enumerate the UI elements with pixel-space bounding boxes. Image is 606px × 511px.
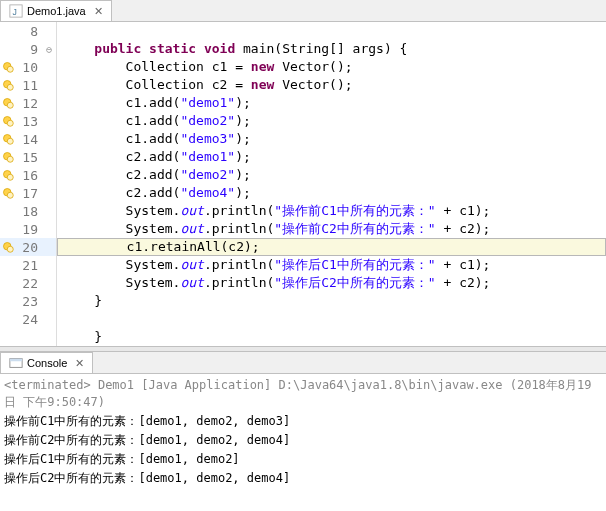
svg-point-11 [7, 138, 13, 144]
line-number: 14 [16, 132, 42, 147]
warning-icon [0, 187, 16, 199]
code-line[interactable]: System.out.println("操作后C1中所有的元素：" + c1); [57, 256, 606, 274]
line-number: 21 [16, 258, 42, 273]
console-line: 操作后C2中所有的元素：[demo1, demo2, demo4] [4, 469, 602, 488]
code-line[interactable]: c1.add("demo1"); [57, 94, 606, 112]
line-number: 16 [16, 168, 42, 183]
gutter: 89⊖101112131415161718192021222324 [0, 22, 57, 346]
warning-icon [0, 79, 16, 91]
line-number: 19 [16, 222, 42, 237]
terminated-line: <terminated> Demo1 [Java Application] D:… [4, 376, 602, 412]
line-number: 10 [16, 60, 42, 75]
warning-icon [0, 61, 16, 73]
line-number: 11 [16, 78, 42, 93]
code-editor[interactable]: 89⊖101112131415161718192021222324 public… [0, 22, 606, 346]
warning-icon [0, 151, 16, 163]
console-tab-label: Console [27, 357, 67, 369]
line-number: 8 [16, 24, 42, 39]
code-line[interactable]: public static void main(String[] args) { [57, 40, 606, 58]
console-icon [9, 356, 23, 370]
line-number: 18 [16, 204, 42, 219]
code-line[interactable]: } [57, 292, 606, 310]
console-line: 操作前C1中所有的元素：[demo1, demo2, demo3] [4, 412, 602, 431]
close-icon[interactable]: ✕ [94, 5, 103, 18]
code-line[interactable]: c2.add("demo1"); [57, 148, 606, 166]
close-icon[interactable]: ✕ [75, 357, 84, 370]
line-number: 22 [16, 276, 42, 291]
code-line[interactable]: Collection c2 = new Vector(); [57, 76, 606, 94]
warning-icon [0, 241, 16, 253]
code-line[interactable] [57, 22, 606, 40]
svg-text:J: J [13, 7, 17, 17]
code-line[interactable] [57, 310, 606, 328]
code-line[interactable]: c1.add("demo2"); [57, 112, 606, 130]
svg-rect-21 [10, 359, 22, 362]
svg-point-5 [7, 84, 13, 90]
warning-icon [0, 133, 16, 145]
code-line[interactable]: System.out.println("操作前C1中所有的元素：" + c1); [57, 202, 606, 220]
line-number: 17 [16, 186, 42, 201]
svg-point-3 [7, 66, 13, 72]
code-line[interactable]: System.out.println("操作后C2中所有的元素：" + c2); [57, 274, 606, 292]
line-number: 9 [16, 42, 42, 57]
console-tab[interactable]: Console ✕ [0, 352, 93, 373]
warning-icon [0, 115, 16, 127]
code-line[interactable]: c2.add("demo2"); [57, 166, 606, 184]
line-number: 20 [16, 240, 42, 255]
warning-icon [0, 169, 16, 181]
warning-icon [0, 97, 16, 109]
console-tab-bar: Console ✕ [0, 352, 606, 373]
code-line[interactable]: Collection c1 = new Vector(); [57, 58, 606, 76]
code-area[interactable]: public static void main(String[] args) {… [57, 22, 606, 346]
fold-toggle[interactable]: ⊖ [42, 44, 56, 55]
code-line[interactable]: c1.retainAll(c2); [57, 238, 606, 256]
line-number: 23 [16, 294, 42, 309]
console-output[interactable]: <terminated> Demo1 [Java Application] D:… [0, 373, 606, 490]
svg-point-19 [7, 246, 13, 252]
console-line: 操作前C2中所有的元素：[demo1, demo2, demo4] [4, 431, 602, 450]
file-tab[interactable]: J Demo1.java ✕ [0, 0, 112, 21]
code-line[interactable]: System.out.println("操作前C2中所有的元素：" + c2); [57, 220, 606, 238]
line-number: 13 [16, 114, 42, 129]
svg-point-15 [7, 174, 13, 180]
svg-point-7 [7, 102, 13, 108]
java-file-icon: J [9, 4, 23, 18]
line-number: 12 [16, 96, 42, 111]
svg-point-9 [7, 120, 13, 126]
svg-point-13 [7, 156, 13, 162]
console-line: 操作后C1中所有的元素：[demo1, demo2] [4, 450, 602, 469]
code-line[interactable]: } [57, 328, 606, 346]
code-line[interactable]: c2.add("demo4"); [57, 184, 606, 202]
line-number: 24 [16, 312, 42, 327]
code-line[interactable]: c1.add("demo3"); [57, 130, 606, 148]
line-number: 15 [16, 150, 42, 165]
file-tab-label: Demo1.java [27, 5, 86, 17]
svg-point-17 [7, 192, 13, 198]
editor-tab-bar: J Demo1.java ✕ [0, 0, 606, 22]
